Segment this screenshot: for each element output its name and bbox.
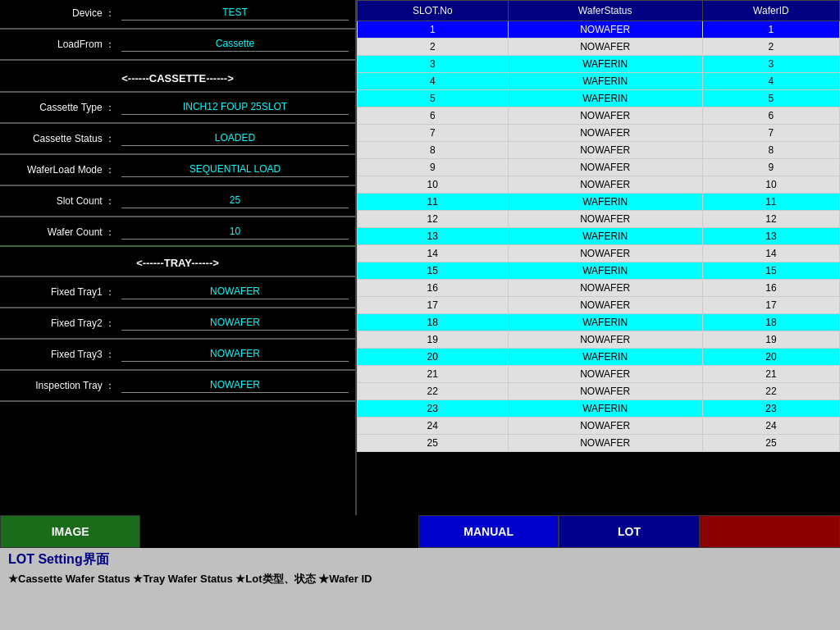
fixed-tray3-value: NOWAFER — [121, 348, 349, 362]
cell-status: NOWAFER — [508, 435, 702, 452]
wafer-count-value: 10 — [121, 226, 349, 240]
table-row[interactable]: 12NOWAFER12 — [358, 211, 840, 228]
device-row: Device ： TEST — [0, 0, 355, 26]
loadfrom-value: Cassette — [121, 38, 349, 52]
main-container: Device ： TEST LoadFrom ： Cassette <-----… — [0, 0, 840, 515]
table-row[interactable]: 10NOWAFER10 — [358, 176, 840, 194]
sep4 — [0, 122, 355, 124]
fixed-tray1-row: Fixed Tray1 ： NOWAFER — [0, 279, 355, 305]
cell-status: NOWAFER — [508, 21, 702, 39]
cell-id: 15 — [702, 262, 839, 280]
cell-status: NOWAFER — [508, 418, 702, 435]
cell-id: 25 — [702, 435, 839, 452]
cell-slot: 19 — [358, 331, 509, 349]
info-area: LOT Setting界面 ★Cassette Wafer Status ★Tr… — [0, 548, 840, 630]
loadfrom-label: LoadFrom ： — [7, 38, 121, 52]
cell-status: NOWAFER — [508, 125, 702, 142]
cell-id: 1 — [702, 21, 839, 39]
image-button[interactable]: IMAGE — [0, 515, 140, 548]
fixed-tray3-row: Fixed Tray3 ： NOWAFER — [0, 341, 355, 368]
table-row[interactable]: 22NOWAFER22 — [358, 383, 840, 400]
slot-count-label: Slot Count ： — [7, 194, 121, 208]
info-items: ★Cassette Wafer Status ★Tray Wafer Statu… — [8, 572, 832, 587]
inspection-tray-label: Inspection Tray ： — [7, 379, 121, 393]
cell-id: 21 — [702, 366, 839, 383]
cell-id: 7 — [702, 125, 839, 142]
col-status-header: WaferStatus — [508, 1, 702, 21]
cell-slot: 15 — [358, 262, 509, 280]
table-row[interactable]: 25NOWAFER25 — [358, 435, 840, 452]
table-row[interactable]: 24NOWAFER24 — [358, 418, 840, 435]
cell-id: 6 — [702, 107, 839, 125]
waferload-value: SEQUENTIAL LOAD — [121, 163, 349, 177]
cell-status: NOWAFER — [508, 159, 702, 176]
cell-slot: 13 — [358, 228, 509, 245]
cell-status: NOWAFER — [508, 280, 702, 297]
table-row[interactable]: 3WAFERIN3 — [358, 56, 840, 73]
cell-status: NOWAFER — [508, 211, 702, 228]
cell-slot: 23 — [358, 400, 509, 418]
cell-status: NOWAFER — [508, 331, 702, 349]
manual-button[interactable]: MANUAL — [418, 515, 559, 548]
cell-id: 2 — [702, 39, 839, 56]
table-row[interactable]: 16NOWAFER16 — [358, 280, 840, 297]
cell-status: NOWAFER — [508, 142, 702, 159]
cell-slot: 9 — [358, 159, 509, 176]
sep6 — [0, 185, 355, 186]
cell-slot: 3 — [358, 56, 509, 73]
fixed-tray1-value: NOWAFER — [121, 285, 349, 299]
sep12 — [0, 400, 355, 402]
table-row[interactable]: 23WAFERIN23 — [358, 400, 840, 418]
sep1 — [0, 28, 355, 30]
table-row[interactable]: 2NOWAFER2 — [358, 39, 840, 56]
table-row[interactable]: 9NOWAFER9 — [358, 159, 840, 176]
extra-button[interactable] — [700, 515, 840, 548]
col-id-header: WaferID — [702, 1, 839, 21]
cassette-status-value: LOADED — [121, 132, 349, 146]
table-row[interactable]: 17NOWAFER17 — [358, 297, 840, 314]
table-row[interactable]: 7NOWAFER7 — [358, 125, 840, 142]
bottom-bar: IMAGE MANUAL LOT — [0, 515, 840, 548]
fixed-tray2-label: Fixed Tray2 ： — [7, 317, 121, 331]
table-row[interactable]: 19NOWAFER19 — [358, 331, 840, 349]
cell-slot: 24 — [358, 418, 509, 435]
cell-id: 22 — [702, 383, 839, 400]
table-row[interactable]: 1NOWAFER1 — [358, 21, 840, 39]
cell-slot: 20 — [358, 349, 509, 366]
table-row[interactable]: 14NOWAFER14 — [358, 245, 840, 262]
cell-slot: 11 — [358, 194, 509, 211]
inspection-tray-value: NOWAFER — [121, 379, 349, 393]
left-panel: Device ： TEST LoadFrom ： Cassette <-----… — [0, 0, 357, 515]
table-row[interactable]: 6NOWAFER6 — [358, 107, 840, 125]
table-row[interactable]: 18WAFERIN18 — [358, 314, 840, 331]
sep7 — [0, 216, 355, 217]
slot-count-row: Slot Count ： 25 — [0, 188, 355, 214]
table-row[interactable]: 11WAFERIN11 — [358, 194, 840, 211]
lot-button[interactable]: LOT — [559, 515, 699, 548]
cell-status: NOWAFER — [508, 39, 702, 56]
cell-slot: 16 — [358, 280, 509, 297]
table-body: 1NOWAFER12NOWAFER23WAFERIN34WAFERIN45WAF… — [358, 21, 840, 452]
table-row[interactable]: 15WAFERIN15 — [358, 262, 840, 280]
cell-slot: 17 — [358, 297, 509, 314]
cell-slot: 21 — [358, 366, 509, 383]
table-row[interactable]: 4WAFERIN4 — [358, 73, 840, 90]
table-row[interactable]: 21NOWAFER21 — [358, 366, 840, 383]
table-row[interactable]: 8NOWAFER8 — [358, 142, 840, 159]
cell-status: WAFERIN — [508, 194, 702, 211]
cell-slot: 25 — [358, 435, 509, 452]
table-row[interactable]: 13WAFERIN13 — [358, 228, 840, 245]
cell-slot: 10 — [358, 176, 509, 194]
device-value: TEST — [121, 7, 349, 21]
tray-header: <------TRAY------> — [0, 252, 355, 274]
sep3 — [0, 91, 355, 93]
wafer-count-row: Wafer Count ： 10 — [0, 219, 355, 245]
fixed-tray1-label: Fixed Tray1 ： — [7, 285, 121, 299]
table-row[interactable]: 20WAFERIN20 — [358, 349, 840, 366]
waferload-row: WaferLoad Mode ： SEQUENTIAL LOAD — [0, 157, 355, 183]
cell-slot: 5 — [358, 90, 509, 107]
cell-status: NOWAFER — [508, 297, 702, 314]
wafer-table-container[interactable]: SLOT.No WaferStatus WaferID 1NOWAFER12NO… — [357, 0, 840, 515]
table-row[interactable]: 5WAFERIN5 — [358, 90, 840, 107]
cell-status: NOWAFER — [508, 383, 702, 400]
